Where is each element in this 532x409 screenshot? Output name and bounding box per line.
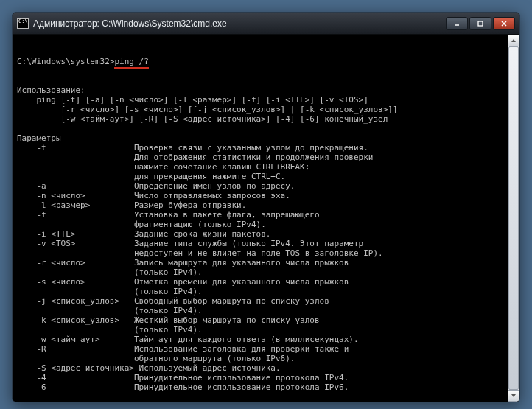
blank-line (17, 66, 515, 76)
output-line: -w <тайм-аут> Тайм-аут для каждого ответ… (17, 335, 515, 344)
output-line (17, 392, 515, 402)
output-line: -k <список_узлов> Жесткий выбор маршрута… (17, 315, 515, 325)
scroll-thumb[interactable] (508, 46, 519, 390)
window-title: Администратор: C:\Windows\System32\cmd.e… (33, 18, 446, 29)
cmd-window: Администратор: C:\Windows\System32\cmd.e… (12, 12, 520, 402)
output-line: [-r <число>] [-s <число>] [[-j <список_у… (17, 105, 515, 114)
output-line: (только IPv4). (17, 325, 515, 335)
output-line: для прекращения нажмите CTRL+C. (17, 172, 515, 181)
cmd-icon (17, 18, 29, 29)
output-line: -l <размер> Размер буфера отправки. (17, 200, 515, 210)
output-line: фрагментацию (только IPv4). (17, 220, 515, 229)
output-line: (только IPv4). (17, 268, 515, 277)
output-line: Параметры (17, 133, 515, 143)
output-line (17, 124, 515, 133)
output-line: -i <TTL> Задание срока жизни пакетов. (17, 229, 515, 239)
output-line: -j <список_узлов> Свободный выбор маршру… (17, 296, 515, 306)
output-line: (только IPv4). (17, 287, 515, 296)
output-line: обратного маршрута (только IPv6). (17, 354, 515, 363)
minimize-button[interactable] (446, 17, 468, 30)
output-line (17, 76, 515, 85)
output-line: -v <TOS> Задание типа службы (только IPv… (17, 239, 515, 248)
titlebar[interactable]: Администратор: C:\Windows\System32\cmd.e… (13, 13, 519, 35)
output-line: -a Определение имен узлов по адресу. (17, 181, 515, 191)
output-line: -r <число> Запись маршрута для указанног… (17, 258, 515, 268)
output-line: нажмите сочетание клавиш CTRL+BREAK; (17, 162, 515, 172)
svg-marker-4 (511, 39, 516, 42)
prompt-line: C:\Windows\system32>ping /? (17, 57, 515, 66)
output-line: ping [-t] [-a] [-n <число>] [-l <размер>… (17, 95, 515, 105)
close-button[interactable] (493, 17, 515, 30)
output-line: (только IPv4). (17, 306, 515, 315)
svg-rect-1 (478, 21, 483, 26)
typed-command: ping /? (114, 57, 148, 69)
output-line: недоступен и не влияет на поле TOS в заг… (17, 248, 515, 258)
output-line: -n <число> Число отправляемых запросов э… (17, 191, 515, 200)
output-line: -t Проверка связи с указанным узлом до п… (17, 143, 515, 153)
output-line: -S <адрес источника> Используемый адрес … (17, 363, 515, 373)
scroll-up-button[interactable] (508, 35, 519, 46)
scroll-down-button[interactable] (508, 390, 519, 402)
output-line: -R Использование заголовка для проверки … (17, 344, 515, 354)
output-line: [-w <тайм-аут>] [-R] [-S <адрес источник… (17, 114, 515, 124)
output-line: -f Установка в пакете флага, запрещающег… (17, 210, 515, 220)
output-line: Для отображения статистики и продолжения… (17, 153, 515, 162)
output-line: Использование: (17, 85, 515, 95)
output-line: -6 Принудительное использование протокол… (17, 382, 515, 392)
output-line: -4 Принудительное использование протокол… (17, 373, 515, 382)
svg-marker-5 (511, 394, 516, 397)
scroll-track[interactable] (508, 46, 519, 390)
prompt-path: C:\Windows\system32> (17, 57, 114, 66)
output-line: -s <число> Отметка времени для указанног… (17, 277, 515, 287)
vertical-scrollbar[interactable] (508, 35, 519, 402)
terminal-output[interactable]: C:\Windows\system32>ping /? Использовани… (13, 35, 519, 402)
maximize-button[interactable] (469, 17, 491, 30)
window-buttons (446, 17, 515, 30)
